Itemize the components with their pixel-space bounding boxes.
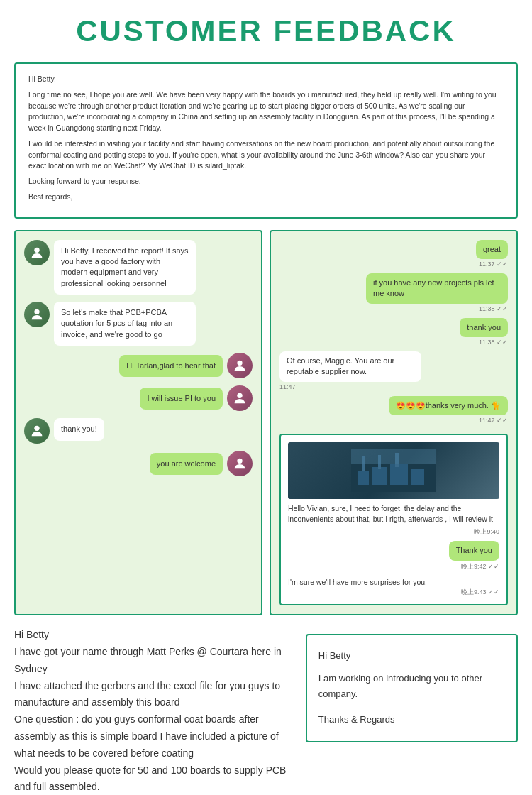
timestamp-2: 11:38 ✓✓	[366, 305, 508, 312]
chat-left-msg2-row: So let's make that PCB+PCBA quotation fo…	[24, 302, 253, 346]
bubble-out-3: thank you	[460, 318, 508, 337]
bubble-out-b2: Thank you	[449, 541, 499, 560]
factory-image	[288, 442, 499, 499]
chat-right-bottom-msg1: Hello Vivian, sure, I need to forget, th…	[288, 503, 499, 524]
email3-line2: I am working on introducing you to other…	[318, 671, 505, 702]
timestamp-b3: 晚上9:43 ✓✓	[288, 588, 499, 598]
email2-line1: Hi Betty	[14, 627, 294, 644]
timestamp-b2: 晚上9:42 ✓✓	[449, 562, 499, 572]
avatar-left-1	[24, 240, 50, 265]
chat-left-msg1-row: Hi Betty, I received the report! It says…	[24, 240, 253, 295]
svg-point-5	[237, 459, 242, 464]
timestamp-b1: 晚上9:40	[288, 527, 499, 537]
chat-left-msg3-row: Hi Tarlan,glad to hear that	[24, 353, 253, 378]
chat-right-msg2: if you have any new projects pls let me …	[279, 273, 508, 312]
bubble-out-1: great	[476, 240, 508, 259]
email3-line1: Hi Betty	[318, 648, 505, 664]
svg-rect-10	[411, 469, 424, 485]
chat-left-bubble4: I will issue PI to you	[140, 388, 223, 410]
email1-body3: Looking forward to your response.	[28, 176, 504, 187]
chat-right-msg3: thank you 11:38 ✓✓	[279, 318, 508, 346]
avatar-right-2	[227, 385, 253, 411]
chat-left-bubble3: Hi Tarlan,glad to hear that	[119, 355, 223, 377]
chat-section: Hi Betty, I received the report! It says…	[14, 230, 518, 616]
avatar-left-3	[24, 418, 50, 444]
chat-left-msg6-row: you are welcome	[24, 451, 253, 476]
email1-body2: I would be interested in visiting your f…	[28, 138, 504, 172]
bubble-out-5: 😍😍😍thanks very much. 🐈	[389, 396, 508, 415]
email1-body1: Long time no see, I hope you are well. W…	[28, 89, 504, 134]
chat-right-bottom-msg3: I'm sure we'll have more surprises for y…	[288, 577, 499, 588]
chat-right-overlay-box: Hello Vivian, sure, I need to forget, th…	[279, 434, 508, 605]
chat-left-bubble2: So let's make that PCB+PCBA quotation fo…	[54, 302, 196, 346]
email-card-3: Hi Betty I am working on introducing you…	[306, 634, 518, 742]
svg-point-2	[237, 361, 242, 366]
timestamp-3: 11:38 ✓✓	[460, 339, 508, 346]
bubble-out-2: if you have any new projects pls let me …	[366, 273, 508, 304]
avatar-right-1	[227, 353, 253, 378]
chat-left-bubble6: you are welcome	[150, 453, 223, 475]
chat-left-msg5-row: thank you!	[24, 418, 253, 444]
bottom-section: Hi Betty I have got your name through Ma…	[14, 627, 518, 795]
chat-left-msg4-row: I will issue PI to you	[24, 385, 253, 411]
timestamp-1: 11:37 ✓✓	[476, 261, 508, 268]
chat-right-bottom-msg2: Thank you 晚上9:42 ✓✓	[288, 541, 499, 571]
svg-point-4	[34, 426, 39, 431]
avatar-right-3	[227, 451, 253, 476]
email1-sign: Best regards,	[28, 192, 504, 203]
chat-left-bubble5: thank you!	[54, 418, 104, 440]
svg-point-1	[34, 309, 39, 314]
svg-rect-7	[358, 471, 369, 485]
chat-right-msg1: great 11:37 ✓✓	[279, 240, 508, 268]
svg-rect-9	[390, 464, 408, 485]
svg-rect-14	[351, 449, 436, 464]
chat-right-panel: great 11:37 ✓✓ if you have any new proje…	[270, 230, 518, 616]
avatar-left-2	[24, 302, 50, 327]
chat-left-panel: Hi Betty, I received the report! It says…	[14, 230, 262, 616]
email2-line4: One question : do you guys conformal coa…	[14, 711, 294, 762]
timestamp-5: 11:47 ✓✓	[389, 417, 508, 424]
email2-line3: I have attached the gerbers and the exce…	[14, 678, 294, 712]
chat-right-msg4: Of course, Maggie. You are our reputable…	[279, 351, 508, 390]
chat-left-bubble1: Hi Betty, I received the report! It says…	[54, 240, 196, 295]
svg-rect-8	[372, 467, 387, 485]
email-card-1: Hi Betty, Long time no see, I hope you a…	[14, 62, 518, 219]
email-card-large: Hi Betty I have got your name through Ma…	[14, 627, 294, 795]
page-title: CUSTOMER FEEDBACK	[14, 14, 518, 48]
chat-right-msg5: 😍😍😍thanks very much. 🐈 11:47 ✓✓	[279, 396, 508, 424]
svg-point-3	[237, 393, 242, 398]
timestamp-4: 11:47	[279, 383, 421, 390]
bubble-in-4: Of course, Maggie. You are our reputable…	[279, 351, 421, 382]
svg-point-0	[34, 247, 39, 252]
email2-line2: I have got your name through Matt Perks …	[14, 644, 294, 678]
email3-line3: Thanks & Regards	[318, 712, 505, 728]
email1-greeting: Hi Betty,	[28, 74, 504, 85]
email2-line5: Would you please quote for 50 and 100 bo…	[14, 762, 294, 795]
